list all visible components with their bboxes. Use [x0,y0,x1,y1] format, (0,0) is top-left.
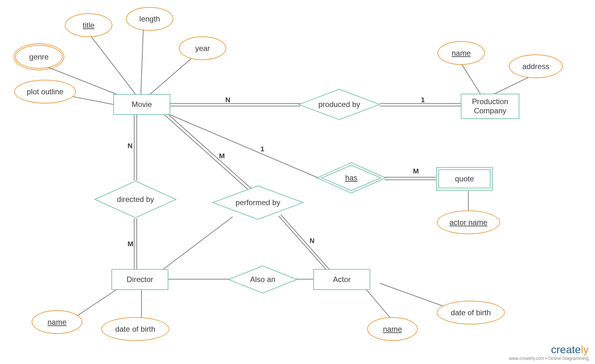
card-movie-has-1: 1 [260,145,264,153]
attr-label: name [47,318,66,327]
connector-lines [0,0,595,364]
entity-label: Movie [132,100,152,109]
svg-line-3 [146,57,193,98]
attr-genre: genre [15,45,63,69]
rel-also-an: Also an [228,265,298,294]
attr-label: name [452,49,471,58]
attr-label: actor name [449,218,487,227]
card-pc-produced-1: 1 [421,96,425,104]
svg-line-2 [141,26,143,95]
rel-label: has [345,173,358,182]
watermark-tagline: www.creately.com • Online Diagramming [509,356,589,361]
rel-performed-by: performed by [212,185,304,220]
attr-label: year [195,44,210,53]
card-movie-performed-m: M [219,152,225,160]
attr-label: genre [29,53,48,61]
card-movie-directed-n: N [128,142,133,150]
rel-directed-by: directed by [94,180,177,218]
entity-label: Actor [333,275,351,284]
attr-pc-address: address [509,54,563,78]
entity-label: quote [455,174,474,183]
card-actor-performed-n: N [310,237,315,245]
attr-director-name: name [32,310,82,334]
entity-label: Director [127,275,153,284]
entity-actor: Actor [313,269,370,290]
attr-label: plot outline [27,87,63,96]
attr-director-dob: date of birth [101,317,169,341]
rel-label: directed by [117,195,154,204]
svg-line-21 [279,216,329,272]
rel-label: Also an [250,275,275,284]
svg-line-20 [167,113,251,188]
svg-line-11 [170,115,317,178]
rel-label: produced by [318,100,360,109]
brand-part-2: ly [581,343,589,355]
entity-movie: Movie [113,94,170,115]
attr-label: date of birth [451,308,491,317]
attr-length: length [126,7,173,31]
brand-part-1: create [551,343,581,355]
card-director-directed-m: M [128,240,133,248]
attr-pc-name: name [437,41,485,65]
svg-line-9 [461,63,481,95]
svg-line-22 [281,215,331,271]
attr-label: address [522,62,549,71]
attr-title: title [65,13,112,37]
card-movie-produced-n: N [225,96,230,104]
attr-year: year [179,36,226,60]
attr-label: length [139,15,160,23]
entity-production-company: Production Company [461,94,519,119]
attr-label: date of birth [115,325,155,334]
watermark: creately www.creately.com • Online Diagr… [509,343,589,361]
entity-quote: quote [438,169,491,188]
card-quote-has-m: M [413,167,419,175]
rel-produced-by: produced by [298,89,380,120]
svg-line-19 [165,115,248,190]
rel-label: performed by [235,198,280,207]
watermark-brand: creately [509,343,589,356]
attr-plot-outline: plot outline [14,80,76,104]
entity-label: Production Company [465,97,516,116]
attr-quote-actor-name: actor name [437,210,500,234]
svg-line-23 [161,217,233,271]
attr-label: title [83,21,94,30]
attr-actor-name: name [367,317,418,341]
entity-director: Director [111,269,168,290]
attr-actor-dob: date of birth [437,301,505,324]
rel-has: has [316,162,386,194]
attr-label: name [383,325,402,334]
svg-line-28 [366,289,392,320]
